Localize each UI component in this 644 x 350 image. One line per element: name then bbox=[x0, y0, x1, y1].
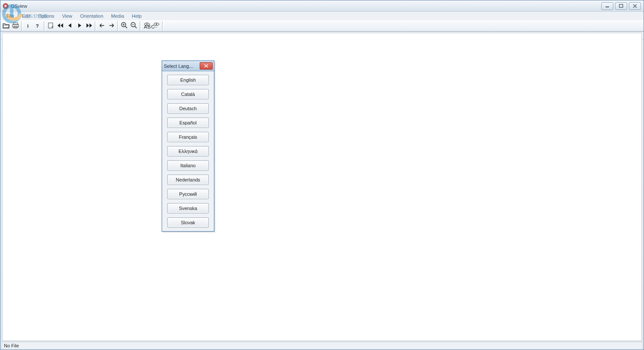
dialog-close-button[interactable] bbox=[200, 62, 213, 70]
statusbar: No File bbox=[2, 342, 642, 349]
back-arrow-icon bbox=[99, 23, 105, 29]
language-button-nederlands[interactable]: Nederlands bbox=[167, 175, 209, 185]
svg-rect-6 bbox=[13, 23, 18, 25]
language-button-catala[interactable]: Català bbox=[167, 89, 209, 99]
language-button-deutsch[interactable]: Deutsch bbox=[167, 103, 209, 114]
document-viewport bbox=[2, 33, 642, 341]
goto-page-button[interactable] bbox=[46, 21, 56, 31]
open-button[interactable] bbox=[1, 21, 11, 31]
svg-text:?: ? bbox=[36, 23, 39, 29]
menubar: File Edit Options View Orientation Media… bbox=[0, 12, 644, 20]
svg-rect-11 bbox=[48, 23, 53, 28]
zoom-in-button[interactable] bbox=[120, 21, 129, 31]
menu-orientation[interactable]: Orientation bbox=[77, 13, 107, 19]
language-button-svenska[interactable]: Svenska bbox=[167, 203, 209, 213]
language-button-italiano[interactable]: Italiano bbox=[167, 160, 209, 171]
menu-media[interactable]: Media bbox=[108, 13, 128, 19]
toolbar-separator bbox=[21, 21, 23, 31]
find-next-button[interactable]: ··· bbox=[152, 21, 161, 31]
main-window: GSview File Edit Options View Orientatio… bbox=[0, 0, 644, 350]
info-icon: i bbox=[26, 22, 32, 29]
toolbar-separator bbox=[140, 21, 141, 31]
language-button-espanol[interactable]: Español bbox=[167, 118, 209, 128]
dialog-title: Select Lang... bbox=[164, 64, 193, 69]
language-button-english[interactable]: English bbox=[167, 75, 209, 85]
print-icon bbox=[12, 22, 19, 29]
find-text-button[interactable]: ABC bbox=[142, 21, 152, 31]
dialog-body: English Català Deutsch Español Français … bbox=[162, 71, 214, 231]
print-button[interactable] bbox=[11, 21, 20, 31]
menu-file[interactable]: File bbox=[3, 13, 18, 19]
language-button-francais[interactable]: Français bbox=[167, 132, 209, 142]
last-page-icon bbox=[86, 23, 92, 29]
svg-line-17 bbox=[135, 26, 137, 28]
prev-page-icon bbox=[67, 23, 73, 29]
close-button[interactable] bbox=[629, 2, 641, 10]
status-text: No File bbox=[4, 343, 19, 348]
back-button[interactable] bbox=[97, 21, 107, 31]
info-button[interactable]: i bbox=[24, 21, 33, 31]
language-button-slovak[interactable]: Slovak bbox=[167, 217, 209, 228]
first-page-icon bbox=[57, 23, 64, 29]
menu-help[interactable]: Help bbox=[128, 13, 145, 19]
next-page-icon bbox=[77, 23, 82, 29]
prev-page-button[interactable] bbox=[65, 21, 75, 31]
toolbar-separator bbox=[44, 21, 45, 31]
zoom-in-icon bbox=[121, 22, 128, 30]
toolbar-separator bbox=[95, 21, 96, 31]
select-language-dialog: Select Lang... English Català Deutsch Es… bbox=[162, 60, 214, 232]
open-folder-icon bbox=[3, 22, 10, 29]
app-icon bbox=[2, 3, 9, 10]
window-title: GSview bbox=[11, 3, 27, 9]
maximize-button[interactable] bbox=[615, 2, 627, 10]
forward-arrow-icon bbox=[108, 23, 115, 29]
toolbar-separator bbox=[162, 21, 164, 31]
menu-edit[interactable]: Edit bbox=[19, 13, 34, 19]
close-icon bbox=[204, 64, 208, 69]
forward-button[interactable] bbox=[107, 21, 116, 31]
help-icon: ? bbox=[35, 22, 41, 29]
first-page-button[interactable] bbox=[56, 21, 65, 31]
help-button[interactable]: ? bbox=[33, 21, 43, 31]
svg-line-13 bbox=[125, 26, 127, 28]
next-page-button[interactable] bbox=[75, 21, 84, 31]
svg-text:···: ··· bbox=[153, 24, 157, 29]
svg-text:i: i bbox=[27, 23, 29, 29]
dialog-titlebar[interactable]: Select Lang... bbox=[162, 61, 214, 71]
svg-rect-7 bbox=[13, 25, 19, 27]
toolbar-separator bbox=[117, 21, 119, 31]
find-next-icon: ··· bbox=[153, 22, 160, 29]
minimize-button[interactable] bbox=[601, 2, 613, 10]
toolbar: i ? ABC ··· bbox=[0, 20, 644, 32]
zoom-out-icon bbox=[131, 22, 137, 30]
goto-page-icon bbox=[48, 22, 54, 29]
svg-rect-3 bbox=[619, 4, 623, 7]
language-button-russian[interactable]: Русский bbox=[167, 189, 209, 199]
menu-options[interactable]: Options bbox=[35, 13, 58, 19]
menu-view[interactable]: View bbox=[59, 13, 76, 19]
last-page-button[interactable] bbox=[84, 21, 94, 31]
zoom-out-button[interactable] bbox=[129, 21, 139, 31]
find-text-icon: ABC bbox=[143, 22, 151, 29]
language-button-greek[interactable]: Ελληνικά bbox=[167, 146, 209, 156]
svg-point-1 bbox=[5, 5, 7, 7]
titlebar: GSview bbox=[0, 0, 644, 12]
